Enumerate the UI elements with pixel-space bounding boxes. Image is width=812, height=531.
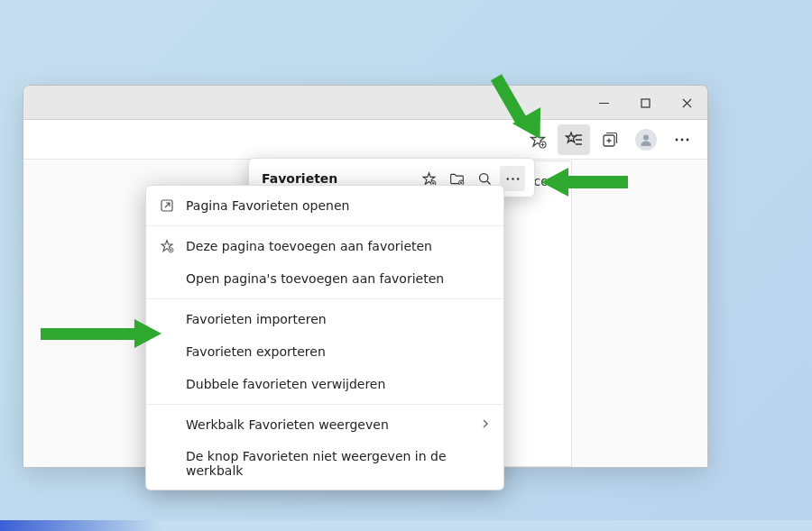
avatar (635, 129, 657, 151)
star-plus-icon (421, 171, 437, 187)
close-icon (682, 98, 692, 108)
chevron-right-icon (480, 417, 491, 432)
person-icon (639, 133, 653, 147)
minimize-button[interactable] (583, 86, 624, 120)
menu-add-open-pages[interactable]: Open pagina's toevoegen aan favorieten (146, 262, 503, 295)
window-controls (583, 86, 707, 120)
menu-show-favorites-toolbar[interactable]: Werkbalk Favorieten weergeven (146, 408, 503, 441)
blank-icon (159, 417, 175, 433)
annotation-arrow-head (134, 319, 161, 348)
collections-button[interactable] (594, 124, 626, 155)
annotation-arrow (568, 176, 628, 188)
maximize-button[interactable] (624, 86, 666, 120)
menu-item-label: Favorieten importeren (186, 312, 327, 326)
menu-item-label: De knop Favorieten niet weergeven in de … (186, 449, 491, 478)
menu-item-label: Dubbele favorieten verwijderen (186, 377, 385, 391)
svg-point-3 (643, 134, 649, 140)
settings-menu-button[interactable] (666, 124, 698, 155)
menu-add-this-page[interactable]: Deze pagina toevoegen aan favorieten (146, 230, 503, 262)
open-external-icon (159, 197, 175, 214)
flyout-title: Favorieten (262, 171, 337, 186)
collections-icon (601, 131, 619, 149)
svg-rect-0 (641, 99, 650, 107)
favorites-icon (565, 131, 583, 149)
menu-item-label: Open pagina's toevoegen aan favorieten (186, 271, 444, 286)
annotation-arrow-head (541, 168, 568, 197)
menu-open-favorites-page[interactable]: Pagina Favorieten openen (146, 189, 503, 222)
search-icon (477, 171, 493, 187)
svg-point-6 (687, 138, 689, 141)
menu-item-label: Deze pagina toevoegen aan favorieten (186, 239, 432, 253)
menu-item-label: Pagina Favorieten openen (186, 198, 349, 213)
star-plus-icon (159, 238, 175, 254)
menu-export-favorites[interactable]: Favorieten exporteren (146, 335, 503, 368)
maximize-icon (641, 98, 651, 108)
svg-point-12 (516, 178, 518, 179)
svg-point-5 (681, 138, 684, 141)
menu-item-label: Werkbalk Favorieten weergeven (186, 417, 389, 432)
more-icon (505, 171, 521, 187)
menu-item-label: Favorieten exporteren (186, 344, 326, 359)
favorites-menu: Pagina Favorieten openen Deze pagina toe… (145, 185, 504, 490)
browser-toolbar (23, 120, 707, 160)
menu-hide-favorites-button[interactable]: De knop Favorieten niet weergeven in de … (146, 441, 503, 486)
menu-remove-duplicate-favorites[interactable]: Dubbele favorieten verwijderen (146, 368, 503, 400)
titlebar (23, 86, 707, 120)
blank-icon (159, 376, 175, 392)
taskbar-hint (0, 520, 812, 531)
favorites-button[interactable] (558, 124, 590, 155)
svg-point-10 (506, 178, 508, 179)
blank-icon (159, 455, 175, 471)
menu-import-favorites[interactable]: Favorieten importeren (146, 303, 503, 335)
svg-point-4 (676, 138, 678, 141)
blank-icon (159, 270, 175, 287)
svg-point-9 (479, 173, 487, 181)
minimize-icon (599, 98, 609, 108)
more-icon (674, 132, 690, 148)
annotation-arrow (41, 328, 140, 340)
close-button[interactable] (666, 86, 707, 120)
folder-plus-icon (449, 171, 465, 187)
profile-button[interactable] (630, 124, 662, 155)
svg-point-11 (512, 178, 513, 179)
